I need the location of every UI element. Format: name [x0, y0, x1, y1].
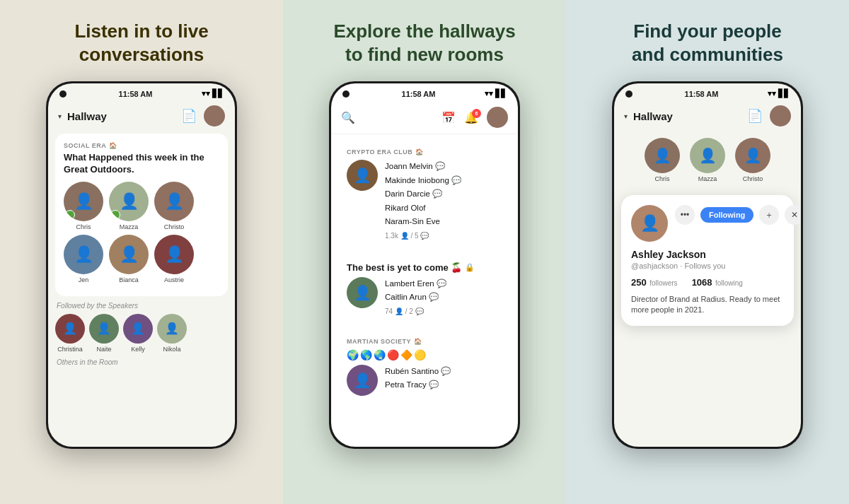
best-avatar: 👤: [347, 277, 378, 308]
time-2: 11:58 AM: [402, 90, 436, 98]
avatar-kelly: 👤: [123, 314, 153, 344]
name-naram: Naram-Sin Eve: [385, 215, 461, 229]
speaker-christo: 👤 Christo: [154, 182, 194, 230]
wifi-icon-3: ▾▾: [768, 89, 776, 98]
emoji-1: 🌍: [347, 349, 359, 361]
speakers-row-2: 👤 Jen 👤 Bianca 👤: [64, 235, 219, 283]
popup-following: 1068 following: [692, 276, 743, 288]
phone-1: 11:58 AM ▾▾ ▋▋ ▾ Hallway 📄 SOCIA: [46, 81, 237, 449]
wifi-icon-1: ▾▾: [202, 89, 210, 98]
club-icon-1: 🏠: [109, 142, 117, 149]
avatar-austrie: 👤: [154, 235, 194, 274]
room-card-1[interactable]: SOCIAL ERA 🏠 What Happened this week in …: [55, 134, 228, 296]
martian-room-row: 👤 Rubén Santino 💬 Petra Tracy 💬: [347, 365, 502, 396]
followers-count: 250: [631, 277, 647, 288]
nav-hallway-label-1[interactable]: Hallway: [67, 110, 107, 122]
name-caitlin: Caitlin Arun 💬: [385, 291, 446, 305]
phone-2: 11:58 AM ▾▾ ▋▋ 🔍 📅 🔔 6: [329, 81, 520, 449]
others-label: Others in the Room: [55, 358, 228, 366]
label-bianca: Bianca: [119, 276, 139, 283]
close-popup-button[interactable]: ✕: [785, 205, 801, 225]
label-christo: Christo: [164, 223, 185, 230]
crypto-names: Joann Melvin 💬 Makinde Iniobong 💬 Darin …: [385, 160, 461, 229]
best-room-row: 👤 Lambert Eren 💬 Caitlin Arun 💬 74 👤 / 2…: [347, 277, 502, 315]
room-card-martian[interactable]: MARTIAN SOCIETY 🏠 🌍 🌎 🌏 🔴 🔶 🟡 👤: [338, 329, 511, 404]
emoji-4: 🔴: [387, 349, 399, 361]
add-person-button[interactable]: ＋: [759, 205, 779, 225]
panel-2-title: Explore the hallways to find new rooms: [333, 20, 515, 66]
phone-1-content: SOCIAL ERA 🏠 What Happened this week in …: [48, 131, 235, 447]
room-card-crypto[interactable]: CRYPTO ERA CLUB 🏠 👤 Joann Melvin 💬 Makin…: [338, 140, 511, 248]
status-icons-1: ▾▾ ▋▋: [202, 89, 224, 98]
popup-bio: Director of Brand at Radius. Ready to me…: [631, 294, 784, 316]
martian-label: MARTIAN SOCIETY 🏠: [347, 338, 502, 345]
nav-bar-1: ▾ Hallway 📄: [48, 101, 235, 131]
nav-icons-1: 📄: [181, 105, 225, 127]
label-mazza: Mazza: [120, 223, 139, 230]
profile-popup: 👤 ••• Following ＋ ✕ Ashley Jackson @ashj…: [621, 195, 794, 326]
user-avatar-1[interactable]: [204, 105, 225, 127]
popup-name: Ashley Jackson: [631, 249, 784, 260]
followed-nikola: 👤 Nikola: [157, 314, 187, 353]
phone-2-screen: 11:58 AM ▾▾ ▋▋ 🔍 📅 🔔 6: [331, 83, 518, 447]
followers-label: followers: [649, 279, 677, 287]
following-button[interactable]: Following: [700, 207, 753, 223]
speaker-chris: 👤 🌿 Chris: [64, 182, 103, 230]
user-avatar-3[interactable]: [770, 105, 791, 127]
crypto-label: CRYPTO ERA CLUB 🏠: [347, 148, 502, 156]
camera-dot-2: [342, 90, 350, 98]
best-names: Lambert Eren 💬 Caitlin Arun 💬: [385, 277, 446, 305]
nav-hallway-label-3[interactable]: Hallway: [633, 110, 673, 122]
avatar-mazza: 👤 🌿: [109, 182, 149, 221]
panel-3-title: Find your people and communities: [632, 20, 783, 66]
phone-3-speakers: 👤 Chris 👤 Mazza 👤 Christo: [614, 131, 801, 189]
avatar-3-mazza: 👤: [690, 138, 725, 173]
emoji-5: 🔶: [400, 349, 412, 361]
best-stats: 74 👤 / 2 💬: [385, 307, 446, 315]
popup-avatar: 👤: [631, 205, 668, 242]
notification-badge-2[interactable]: 🔔 6: [464, 111, 478, 124]
popup-handle: @ashjackson: [631, 262, 678, 270]
name-joann: Joann Melvin 💬: [385, 160, 461, 174]
avatar-naite: 👤: [89, 314, 119, 344]
signal-icon-3: ▋▋: [778, 89, 790, 98]
best-names-block: Lambert Eren 💬 Caitlin Arun 💬 74 👤 / 2 💬: [385, 277, 446, 315]
popup-header: 👤 ••• Following ＋ ✕: [631, 205, 784, 242]
avatar-nikola: 👤: [157, 314, 187, 344]
search-bar-2[interactable]: 🔍 📅 🔔 6: [331, 101, 518, 134]
phone-3-screen: 11:58 AM ▾▾ ▋▋ ▾ Hallway 📄 👤: [614, 83, 801, 447]
crypto-names-block: Joann Melvin 💬 Makinde Iniobong 💬 Darin …: [385, 160, 461, 240]
nav-icons-3: 📄: [747, 105, 791, 127]
popup-follows-you: Follows you: [684, 262, 725, 270]
phone-1-screen: 11:58 AM ▾▾ ▋▋ ▾ Hallway 📄 SOCIA: [48, 83, 235, 447]
label-kelly: Kelly: [131, 346, 145, 353]
speaker-jen: 👤 Jen: [64, 235, 103, 283]
speaker-3-mazza: 👤 Mazza: [690, 138, 725, 182]
nav-bar-3: ▾ Hallway 📄: [614, 101, 801, 131]
search-icon-2[interactable]: 🔍: [341, 111, 355, 124]
popup-actions: ••• Following ＋ ✕: [675, 205, 801, 225]
document-icon-1[interactable]: 📄: [181, 108, 197, 124]
document-icon-3[interactable]: 📄: [747, 108, 763, 124]
followed-label: Followed by the Speakers: [55, 302, 228, 310]
wifi-icon-2: ▾▾: [485, 89, 493, 98]
panel-listen: Listen in to live conversations 11:58 AM…: [0, 0, 283, 504]
more-options-button[interactable]: •••: [675, 205, 695, 225]
popup-followers: 250 followers: [631, 276, 678, 288]
panel-explore: Explore the hallways to find new rooms 1…: [283, 0, 566, 504]
avatar-3-christo: 👤: [735, 138, 770, 173]
popup-stats: 250 followers 1068 following: [631, 276, 784, 288]
followed-kelly: 👤 Kelly: [123, 314, 153, 353]
emoji-6: 🟡: [414, 349, 426, 361]
avatar-3-chris: 👤: [645, 138, 680, 173]
speaker-3-chris: 👤 Chris: [645, 138, 680, 182]
label-naite: Naite: [96, 346, 111, 353]
camera-dot-1: [59, 90, 67, 98]
lock-icon-best: 🔒: [465, 263, 475, 272]
crypto-avatar: 👤: [347, 160, 378, 191]
room-card-best[interactable]: The best is yet to come 🍒 🔒 👤 Lambert Er…: [338, 254, 511, 324]
user-avatar-2[interactable]: [487, 107, 508, 128]
label-austrie: Austrie: [164, 276, 184, 283]
emoji-3: 🌏: [374, 349, 386, 361]
calendar-icon-2[interactable]: 📅: [441, 111, 456, 124]
